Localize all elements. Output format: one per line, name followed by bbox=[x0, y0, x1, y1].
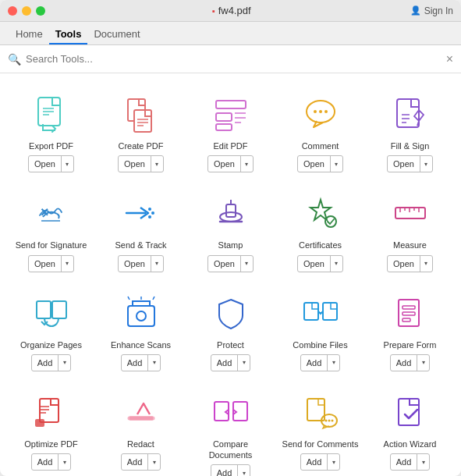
fill-sign-dropdown-btn[interactable]: ▾ bbox=[420, 156, 432, 172]
tool-prepare-form[interactable]: Prepare Form Add ▾ bbox=[365, 280, 455, 379]
sign-in-label: Sign In bbox=[424, 5, 453, 16]
create-pdf-btn-group[interactable]: Open ▾ bbox=[118, 155, 164, 172]
search-icon: 🔍 bbox=[8, 53, 21, 66]
tool-protect[interactable]: Protect Add ▾ bbox=[186, 280, 275, 379]
nav-home[interactable]: Home bbox=[9, 25, 49, 44]
create-pdf-open-btn[interactable]: Open bbox=[119, 156, 151, 172]
tool-send-comments[interactable]: Send for Comments Add ▾ bbox=[275, 379, 365, 476]
combine-files-btn-group[interactable]: Add ▾ bbox=[300, 354, 341, 371]
comment-open-btn[interactable]: Open bbox=[298, 156, 330, 172]
certificates-open-btn[interactable]: Open bbox=[298, 256, 330, 272]
organize-pages-dropdown-btn[interactable]: ▾ bbox=[58, 355, 70, 371]
tool-send-signature[interactable]: × Send for Signature Open ▾ bbox=[6, 180, 96, 279]
organize-pages-add-btn[interactable]: Add bbox=[32, 355, 59, 371]
tool-stamp[interactable]: Stamp Open ▾ bbox=[186, 180, 275, 279]
tool-name-compare-docs: Compare Documents bbox=[192, 439, 269, 461]
protect-add-btn[interactable]: Add bbox=[211, 355, 238, 371]
redact-btn-group[interactable]: Add ▾ bbox=[121, 453, 161, 471]
combine-files-dropdown-btn[interactable]: ▾ bbox=[327, 355, 339, 371]
send-comments-dropdown-btn[interactable]: ▾ bbox=[327, 454, 339, 470]
compare-docs-btn-group[interactable]: Add ▾ bbox=[211, 464, 251, 476]
optimize-pdf-btn-group[interactable]: Add ▾ bbox=[31, 453, 72, 471]
prepare-form-add-btn[interactable]: Add bbox=[391, 355, 417, 371]
stamp-dropdown-btn[interactable]: ▾ bbox=[240, 256, 253, 272]
export-pdf-open-btn[interactable]: Open bbox=[29, 156, 61, 172]
create-pdf-dropdown-btn[interactable]: ▾ bbox=[151, 156, 163, 172]
export-pdf-dropdown-btn[interactable]: ▾ bbox=[61, 156, 73, 172]
measure-dropdown-btn[interactable]: ▾ bbox=[420, 256, 432, 272]
enhance-scans-btn-group[interactable]: Add ▾ bbox=[121, 354, 161, 371]
redact-add-btn[interactable]: Add bbox=[122, 454, 148, 470]
certificates-dropdown-btn[interactable]: ▾ bbox=[330, 256, 342, 272]
send-track-dropdown-btn[interactable]: ▾ bbox=[151, 256, 163, 272]
compare-docs-add-btn[interactable]: Add bbox=[211, 465, 238, 476]
tool-create-pdf[interactable]: Create PDF Open ▾ bbox=[96, 81, 186, 180]
send-comments-btn-group[interactable]: Add ▾ bbox=[300, 453, 341, 471]
nav-tools[interactable]: Tools bbox=[49, 25, 88, 44]
export-pdf-btn-group[interactable]: Open ▾ bbox=[28, 155, 74, 172]
tool-fill-sign[interactable]: Fill & Sign Open ▾ bbox=[365, 81, 455, 180]
measure-icon bbox=[388, 191, 432, 235]
send-signature-dropdown-btn[interactable]: ▾ bbox=[61, 256, 73, 272]
tool-redact[interactable]: Redact Add ▾ bbox=[96, 379, 186, 476]
tool-certificates[interactable]: Certificates Open ▾ bbox=[275, 180, 365, 279]
stamp-btn-group[interactable]: Open ▾ bbox=[207, 255, 254, 272]
action-wizard-btn-group[interactable]: Add ▾ bbox=[390, 453, 431, 471]
measure-open-btn[interactable]: Open bbox=[388, 256, 420, 272]
sign-in-button[interactable]: 👤 Sign In bbox=[410, 5, 453, 16]
redact-dropdown-btn[interactable]: ▾ bbox=[147, 454, 160, 470]
send-signature-open-btn[interactable]: Open bbox=[29, 256, 61, 272]
send-track-btn-group[interactable]: Open ▾ bbox=[118, 255, 164, 272]
search-input[interactable] bbox=[26, 53, 441, 65]
action-wizard-add-btn[interactable]: Add bbox=[391, 454, 417, 470]
action-wizard-dropdown-btn[interactable]: ▾ bbox=[417, 454, 429, 470]
close-button[interactable] bbox=[8, 6, 17, 16]
tool-export-pdf[interactable]: Export PDF Open ▾ bbox=[6, 81, 96, 180]
tool-optimize-pdf[interactable]: Optimize PDF Add ▾ bbox=[6, 379, 96, 476]
tool-edit-pdf[interactable]: Edit PDF Open ▾ bbox=[186, 81, 275, 180]
svg-rect-19 bbox=[397, 99, 419, 127]
edit-pdf-dropdown-btn[interactable]: ▾ bbox=[240, 156, 253, 172]
edit-pdf-btn-group[interactable]: Open ▾ bbox=[207, 155, 254, 172]
fill-sign-btn-group[interactable]: Open ▾ bbox=[387, 155, 433, 172]
fill-sign-open-btn[interactable]: Open bbox=[388, 156, 420, 172]
svg-rect-53 bbox=[402, 318, 410, 321]
organize-pages-icon bbox=[30, 291, 73, 335]
maximize-button[interactable] bbox=[36, 6, 45, 16]
tool-organize-pages[interactable]: Organize Pages Add ▾ bbox=[6, 280, 96, 379]
prepare-form-dropdown-btn[interactable]: ▾ bbox=[417, 355, 429, 371]
measure-btn-group[interactable]: Open ▾ bbox=[387, 255, 433, 272]
tool-compare-docs[interactable]: Compare Documents Add ▾ bbox=[186, 379, 275, 476]
tool-enhance-scans[interactable]: Enhance Scans Add ▾ bbox=[96, 280, 186, 379]
minimize-button[interactable] bbox=[22, 6, 31, 16]
prepare-form-btn-group[interactable]: Add ▾ bbox=[390, 354, 431, 371]
svg-rect-9 bbox=[216, 101, 246, 108]
nav-document[interactable]: Document bbox=[87, 25, 146, 44]
edit-pdf-open-btn[interactable]: Open bbox=[208, 156, 240, 172]
combine-files-add-btn[interactable]: Add bbox=[301, 355, 328, 371]
organize-pages-btn-group[interactable]: Add ▾ bbox=[31, 354, 72, 371]
tool-combine-files[interactable]: Combine Files Add ▾ bbox=[275, 280, 365, 379]
main-window: ▪ fw4.pdf 👤 Sign In Home Tools Document … bbox=[0, 0, 461, 476]
enhance-scans-add-btn[interactable]: Add bbox=[122, 355, 148, 371]
protect-dropdown-btn[interactable]: ▾ bbox=[237, 355, 250, 371]
send-comments-add-btn[interactable]: Add bbox=[301, 454, 328, 470]
tool-send-track[interactable]: Send & Track Open ▾ bbox=[96, 180, 186, 279]
comment-dropdown-btn[interactable]: ▾ bbox=[330, 156, 342, 172]
optimize-pdf-add-btn[interactable]: Add bbox=[32, 454, 59, 470]
tool-name-export-pdf: Export PDF bbox=[29, 140, 73, 151]
certificates-btn-group[interactable]: Open ▾ bbox=[297, 255, 343, 272]
tool-measure[interactable]: Measure Open ▾ bbox=[365, 180, 455, 279]
close-search-button[interactable]: × bbox=[446, 52, 453, 66]
send-track-open-btn[interactable]: Open bbox=[119, 256, 151, 272]
tool-comment[interactable]: Comment Open ▾ bbox=[275, 81, 365, 180]
comment-btn-group[interactable]: Open ▾ bbox=[297, 155, 343, 172]
send-signature-btn-group[interactable]: Open ▾ bbox=[28, 255, 74, 272]
compare-docs-dropdown-btn[interactable]: ▾ bbox=[237, 465, 250, 476]
optimize-pdf-dropdown-btn[interactable]: ▾ bbox=[58, 454, 70, 470]
tool-action-wizard[interactable]: Action Wizard Add ▾ bbox=[365, 379, 455, 476]
protect-btn-group[interactable]: Add ▾ bbox=[211, 354, 251, 371]
enhance-scans-dropdown-btn[interactable]: ▾ bbox=[147, 355, 160, 371]
stamp-open-btn[interactable]: Open bbox=[208, 256, 240, 272]
create-pdf-icon bbox=[119, 92, 163, 136]
